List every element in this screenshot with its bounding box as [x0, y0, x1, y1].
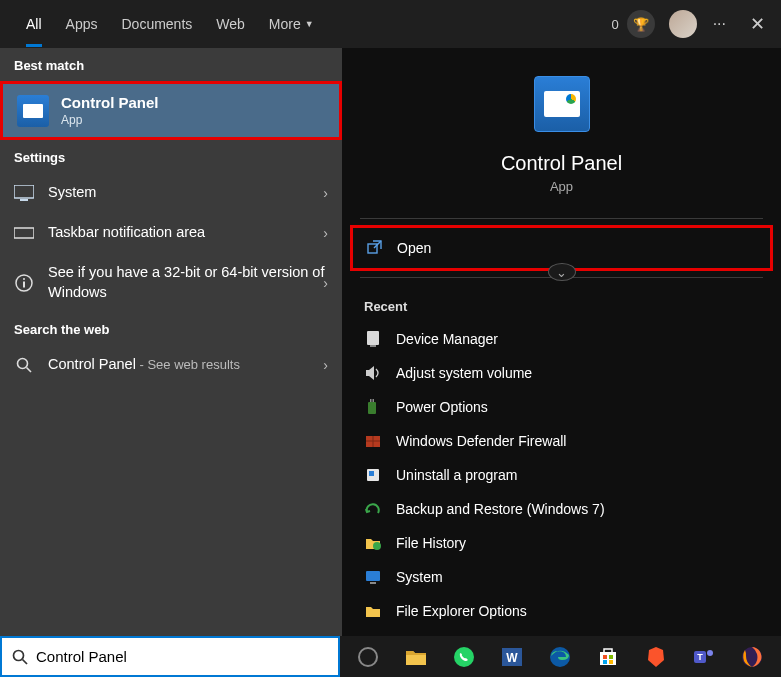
taskbar-icon [14, 223, 34, 243]
caret-down-icon: ▼ [305, 19, 314, 29]
svg-rect-9 [367, 331, 379, 345]
recent-system[interactable]: System [348, 560, 775, 594]
uninstall-icon [364, 466, 382, 484]
svg-rect-2 [14, 228, 34, 238]
recent-defender-firewall[interactable]: Windows Defender Firewall [348, 424, 775, 458]
user-avatar[interactable] [669, 10, 697, 38]
more-options-icon[interactable]: ··· [703, 15, 736, 33]
brave-icon [646, 646, 666, 668]
recent-label: File History [396, 535, 466, 551]
settings-item-label: See if you have a 32-bit or 64-bit versi… [48, 263, 328, 302]
preview-hero: Control Panel App [342, 48, 781, 218]
open-label: Open [397, 240, 431, 256]
search-box[interactable] [0, 636, 340, 677]
recent-header: Recent [342, 281, 781, 322]
recent-label: System [396, 569, 443, 585]
taskbar-edge[interactable] [538, 637, 582, 677]
tab-web[interactable]: Web [204, 1, 257, 47]
settings-header: Settings [0, 140, 342, 173]
svg-rect-1 [20, 199, 28, 201]
top-bar: All Apps Documents Web More▼ 0 🏆 ··· ✕ [0, 0, 781, 48]
preview-subtitle: App [550, 179, 573, 194]
recent-uninstall-program[interactable]: Uninstall a program [348, 458, 775, 492]
open-icon [367, 240, 383, 255]
tab-apps[interactable]: Apps [54, 1, 110, 47]
chevron-right-icon: › [323, 275, 328, 291]
recent-label: File Explorer Options [396, 603, 527, 619]
taskbar-brave[interactable] [634, 637, 678, 677]
settings-item-bitness[interactable]: See if you have a 32-bit or 64-bit versi… [0, 253, 342, 312]
taskbar-file-explorer[interactable] [394, 637, 438, 677]
trophy-icon[interactable]: 🏆 [627, 10, 655, 38]
taskbar-firefox[interactable] [730, 637, 774, 677]
search-icon [12, 649, 28, 665]
svg-rect-28 [600, 652, 616, 665]
taskbar-whatsapp[interactable] [442, 637, 486, 677]
recent-list: Device Manager Adjust system volume Powe… [342, 322, 781, 636]
best-match-control-panel[interactable]: Control Panel App [0, 81, 342, 140]
control-panel-icon [17, 95, 49, 127]
recent-file-explorer-options[interactable]: File Explorer Options [348, 594, 775, 628]
taskbar-store[interactable] [586, 637, 630, 677]
svg-point-4 [23, 278, 25, 280]
settings-item-label: System [48, 183, 328, 203]
results-column: Best match Control Panel App Settings Sy… [0, 48, 342, 636]
recent-device-manager[interactable]: Device Manager [348, 322, 775, 356]
volume-icon [364, 364, 382, 382]
recent-file-history[interactable]: File History [348, 526, 775, 560]
filter-tabs: All Apps Documents Web More▼ [14, 1, 326, 47]
svg-rect-12 [370, 399, 372, 402]
svg-rect-29 [603, 655, 607, 659]
control-panel-icon [534, 76, 590, 132]
svg-rect-32 [609, 660, 613, 664]
chevron-right-icon: › [323, 185, 328, 201]
taskbar-word[interactable]: W [490, 637, 534, 677]
svg-rect-0 [14, 185, 34, 198]
tab-all[interactable]: All [14, 1, 54, 47]
taskbar-cortana[interactable] [346, 637, 390, 677]
search-icon [14, 355, 34, 375]
edge-icon [549, 646, 571, 668]
display-icon [14, 183, 34, 203]
firefox-icon [741, 646, 763, 668]
best-match-subtitle: App [61, 113, 159, 127]
svg-point-35 [707, 650, 713, 656]
svg-point-6 [18, 359, 28, 369]
whatsapp-icon [453, 646, 475, 668]
settings-item-label: Taskbar notification area [48, 223, 328, 243]
store-icon [597, 646, 619, 668]
info-icon [14, 273, 34, 293]
recent-backup-restore[interactable]: Backup and Restore (Windows 7) [348, 492, 775, 526]
recent-label: Device Manager [396, 331, 498, 347]
svg-rect-30 [609, 655, 613, 659]
svg-point-24 [454, 647, 474, 667]
close-icon[interactable]: ✕ [742, 13, 773, 35]
taskbar-teams[interactable]: T [682, 637, 726, 677]
tab-more[interactable]: More▼ [257, 1, 326, 47]
recent-power-options[interactable]: Power Options [348, 390, 775, 424]
svg-rect-10 [370, 345, 376, 347]
web-result-control-panel[interactable]: Control Panel - See web results › [0, 345, 342, 385]
svg-point-22 [14, 650, 24, 660]
expand-chevron-icon[interactable]: ⌄ [548, 263, 576, 281]
start-search-panel: All Apps Documents Web More▼ 0 🏆 ··· ✕ B… [0, 0, 781, 636]
svg-rect-31 [603, 660, 607, 664]
recent-adjust-volume[interactable]: Adjust system volume [348, 356, 775, 390]
backup-icon [364, 500, 382, 518]
best-match-title: Control Panel [61, 94, 159, 111]
tab-documents[interactable]: Documents [109, 1, 204, 47]
system-icon [364, 568, 382, 586]
svg-rect-21 [370, 582, 376, 584]
settings-item-system[interactable]: System › [0, 173, 342, 213]
search-input[interactable] [36, 648, 328, 665]
web-result-label: Control Panel - See web results [48, 355, 328, 375]
device-manager-icon [364, 330, 382, 348]
svg-rect-8 [368, 244, 377, 253]
svg-line-7 [27, 368, 32, 373]
top-right-controls: 0 🏆 ··· ✕ [611, 10, 773, 38]
svg-rect-13 [373, 399, 375, 402]
best-match-header: Best match [0, 48, 342, 81]
recent-label: Uninstall a program [396, 467, 517, 483]
search-web-header: Search the web [0, 312, 342, 345]
settings-item-taskbar-area[interactable]: Taskbar notification area › [0, 213, 342, 253]
